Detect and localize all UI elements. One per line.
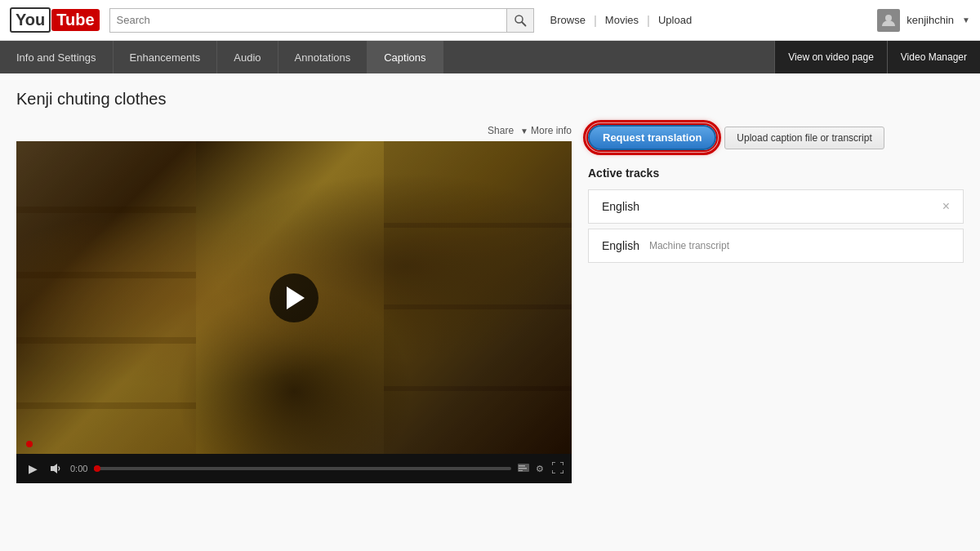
record-indicator bbox=[26, 441, 33, 447]
video-frame bbox=[16, 141, 572, 454]
svg-point-2 bbox=[885, 15, 892, 21]
svg-rect-7 bbox=[16, 402, 196, 409]
request-translation-button[interactable]: Request translation bbox=[588, 125, 716, 150]
tracks-list: English × English Machine transcript bbox=[588, 189, 964, 263]
svg-rect-11 bbox=[384, 386, 572, 391]
user-area: kenjihchin ▼ bbox=[877, 9, 970, 32]
active-tracks-label: Active tracks bbox=[588, 167, 964, 180]
volume-icon bbox=[49, 462, 62, 475]
caption-buttons: Request translation Upload caption file … bbox=[588, 125, 964, 150]
content: Kenji chuting clothes Share ▼ More info bbox=[0, 73, 980, 500]
nav-sep-2: | bbox=[647, 13, 650, 27]
search-icon bbox=[514, 14, 527, 27]
svg-marker-12 bbox=[51, 464, 57, 473]
upload-caption-button[interactable]: Upload caption file or transcript bbox=[724, 127, 884, 149]
logo-you: You bbox=[10, 7, 51, 33]
search-input[interactable] bbox=[109, 8, 506, 33]
page-title: Kenji chuting clothes bbox=[16, 90, 964, 109]
svg-line-1 bbox=[522, 22, 526, 26]
subtitle-ctrl-button[interactable] bbox=[518, 464, 529, 473]
track-item: English Machine transcript bbox=[588, 229, 964, 263]
logo-tube: Tube bbox=[51, 9, 99, 31]
topbar: YouTube Browse | Movies | Upload kenjihc… bbox=[0, 0, 980, 41]
more-info-button[interactable]: ▼ More info bbox=[520, 125, 572, 136]
play-ctrl-button[interactable]: ▶ bbox=[24, 460, 41, 477]
fullscreen-button[interactable] bbox=[552, 462, 564, 476]
search-bar bbox=[109, 8, 534, 33]
caption-panel: Request translation Upload caption file … bbox=[588, 125, 964, 268]
track-close-button[interactable]: × bbox=[942, 200, 950, 213]
progress-dot bbox=[94, 465, 100, 472]
nav-sep-1: | bbox=[594, 13, 597, 27]
svg-rect-16 bbox=[519, 470, 523, 471]
fullscreen-icon bbox=[552, 462, 564, 473]
youtube-logo[interactable]: YouTube bbox=[10, 7, 100, 33]
video-info-bar: Share ▼ More info bbox=[16, 125, 572, 136]
svg-rect-15 bbox=[519, 468, 527, 469]
user-dropdown-arrow[interactable]: ▼ bbox=[962, 16, 970, 24]
upload-link[interactable]: Upload bbox=[658, 14, 692, 26]
tab-enhancements[interactable]: Enhancements bbox=[114, 41, 218, 73]
progress-bar[interactable] bbox=[94, 467, 511, 470]
track-name: English bbox=[602, 239, 639, 252]
svg-rect-5 bbox=[16, 272, 196, 278]
main-area: Share ▼ More info bbox=[16, 125, 964, 483]
tab-info[interactable]: Info and Settings bbox=[0, 41, 114, 73]
svg-rect-14 bbox=[519, 465, 525, 467]
topbar-nav: Browse | Movies | Upload bbox=[550, 13, 693, 27]
tab-audio[interactable]: Audio bbox=[217, 41, 278, 73]
settings-ctrl-button[interactable]: ⚙ bbox=[536, 464, 544, 474]
view-on-video-page-button[interactable]: View on video page bbox=[774, 41, 887, 73]
movies-link[interactable]: Movies bbox=[605, 14, 639, 26]
svg-rect-4 bbox=[16, 207, 196, 213]
share-button[interactable]: Share bbox=[488, 125, 514, 136]
tab-annotations[interactable]: Annotations bbox=[278, 41, 368, 73]
avatar bbox=[877, 9, 900, 32]
tab-right-buttons: View on video page Video Manager bbox=[774, 41, 980, 73]
track-name: English bbox=[602, 200, 639, 213]
username: kenjihchin bbox=[906, 14, 954, 26]
subtitle-icon bbox=[518, 464, 529, 472]
svg-rect-10 bbox=[384, 304, 572, 309]
svg-rect-9 bbox=[384, 223, 572, 228]
time-display: 0:00 bbox=[70, 464, 87, 473]
video-player: Share ▼ More info bbox=[16, 125, 572, 483]
video-manager-button[interactable]: Video Manager bbox=[887, 41, 980, 73]
track-item: English × bbox=[588, 189, 964, 224]
nav-tabs: Info and Settings Enhancements Audio Ann… bbox=[0, 41, 980, 73]
person-icon bbox=[881, 13, 896, 28]
down-arrow-icon: ▼ bbox=[520, 127, 528, 136]
search-button[interactable] bbox=[506, 8, 534, 33]
more-info-label: More info bbox=[531, 125, 572, 136]
volume-ctrl-button[interactable] bbox=[47, 460, 64, 477]
video-controls: ▶ 0:00 bbox=[16, 454, 572, 483]
tab-captions[interactable]: Captions bbox=[368, 41, 443, 73]
browse-link[interactable]: Browse bbox=[550, 14, 586, 26]
track-type: Machine transcript bbox=[649, 240, 729, 251]
svg-rect-8 bbox=[384, 141, 572, 454]
play-triangle-icon bbox=[287, 287, 305, 309]
svg-rect-6 bbox=[16, 337, 196, 344]
play-button[interactable] bbox=[270, 273, 318, 322]
